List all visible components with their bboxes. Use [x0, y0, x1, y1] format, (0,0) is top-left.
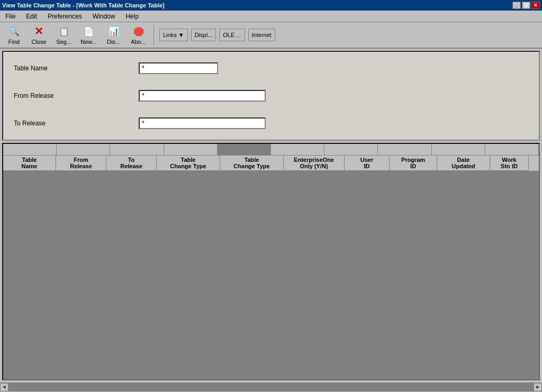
to-release-row: To Release [14, 117, 528, 129]
col-header-from-release[interactable]: FromRelease [56, 156, 106, 171]
top-cell-6 [271, 144, 324, 155]
to-release-label: To Release [14, 120, 130, 127]
links-button[interactable]: Links ▼ [159, 29, 188, 41]
col-header-program-id[interactable]: ProgramID [390, 156, 437, 171]
window-title: View Table Change Table - [Work With Tab… [2, 2, 165, 8]
minimize-button[interactable]: _ [512, 2, 521, 9]
title-bar: View Table Change Table - [Work With Tab… [0, 0, 542, 11]
form-panel: Table Name From Release To Release [2, 51, 540, 141]
displ-button[interactable]: Displ... [191, 29, 216, 41]
table-name-row: Table Name [14, 62, 528, 74]
seg-label: Seg... [56, 39, 71, 45]
col-header-to-release[interactable]: ToRelease [106, 156, 157, 171]
title-bar-controls: _ ⬜ ✕ [512, 2, 540, 9]
new-icon: 📄 [83, 25, 95, 38]
main-area: Table Name From Release To Release [0, 49, 542, 382]
seg-icon: 📋 [58, 25, 70, 38]
internet-button[interactable]: Internet [248, 29, 275, 41]
menu-bar: File Edit Preferences Window Help [0, 11, 542, 22]
toolbar-separator [153, 24, 154, 45]
close-window-button[interactable]: ✕ [531, 2, 540, 9]
top-cell-9 [432, 144, 485, 155]
menu-preferences[interactable]: Preferences [44, 12, 85, 21]
close-icon: ✕ [33, 25, 46, 38]
top-cell-4 [164, 144, 218, 155]
ole-button[interactable]: OLE ... [219, 29, 245, 41]
top-cell-1 [3, 144, 57, 155]
dis-label: Dis... [107, 39, 120, 45]
find-icon: 🔍 [8, 25, 21, 38]
abo-label: Abo... [131, 39, 146, 45]
grid-area: TableName FromRelease ToRelease TableCha… [2, 143, 540, 380]
col-header-work-stn-id[interactable]: WorkStn ID [490, 156, 529, 171]
toolbar: 🔍 Find ✕ Close 📋 Seg... 📄 New... 📊 Dis..… [0, 22, 542, 49]
find-button[interactable]: 🔍 Find [2, 23, 26, 47]
table-name-label: Table Name [14, 65, 130, 72]
abo-button[interactable]: 🛑 Abo... [127, 23, 150, 47]
seg-button[interactable]: 📋 Seg... [52, 23, 76, 47]
dis-icon: 📊 [107, 25, 120, 38]
from-release-label: From Release [14, 92, 130, 99]
col-header-date-updated[interactable]: DateUpdated [437, 156, 490, 171]
horizontal-scrollbar: ◄ ► [0, 382, 542, 391]
top-cell-5 [218, 144, 271, 155]
find-label: Find [8, 39, 20, 45]
table-name-input[interactable] [139, 62, 218, 74]
top-cell-7 [324, 144, 378, 155]
grid-header-top [3, 144, 539, 156]
abo-icon: 🛑 [132, 25, 145, 38]
top-cell-10 [485, 144, 539, 155]
menu-edit[interactable]: Edit [23, 12, 40, 21]
close-label: Close [31, 39, 46, 45]
from-release-row: From Release [14, 90, 528, 102]
top-cell-3 [110, 144, 164, 155]
ole-label: OLE ... [223, 32, 241, 38]
scroll-left-button[interactable]: ◄ [0, 383, 8, 391]
menu-file[interactable]: File [2, 12, 19, 21]
col-header-table-change-type1[interactable]: TableChange Type [157, 156, 220, 171]
scroll-right-button[interactable]: ► [534, 383, 542, 391]
new-button[interactable]: 📄 New... [77, 23, 101, 47]
close-button[interactable]: ✕ Close [27, 23, 51, 47]
col-header-user-id[interactable]: UserID [345, 156, 390, 171]
top-cell-2 [57, 144, 110, 155]
menu-window[interactable]: Window [89, 12, 119, 21]
from-release-input[interactable] [139, 90, 266, 102]
top-cell-8 [378, 144, 431, 155]
links-label: Links ▼ [163, 32, 184, 38]
menu-help[interactable]: Help [122, 12, 142, 21]
to-release-input[interactable] [139, 117, 266, 129]
col-header-table-name[interactable]: TableName [3, 156, 56, 171]
internet-label: Internet [252, 32, 272, 38]
grid-col-headers: TableName FromRelease ToRelease TableCha… [3, 156, 539, 172]
displ-label: Displ... [195, 32, 213, 38]
scroll-track[interactable] [8, 383, 534, 391]
col-header-e1-only[interactable]: EnterpriseOneOnly (Y/N) [284, 156, 345, 171]
restore-button[interactable]: ⬜ [522, 2, 530, 9]
col-header-table-change-type2[interactable]: TableChange Type [220, 156, 284, 171]
new-label: New... [80, 39, 97, 45]
dis-button[interactable]: 📊 Dis... [102, 23, 125, 47]
grid-body[interactable] [3, 172, 539, 379]
